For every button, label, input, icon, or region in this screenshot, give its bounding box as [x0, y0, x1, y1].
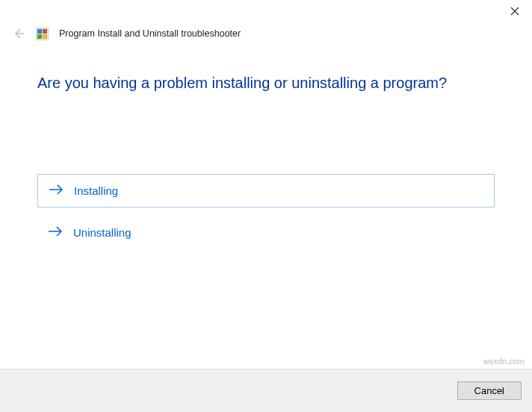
- watermark: wsxdn.com: [483, 357, 525, 366]
- svg-rect-4: [37, 29, 42, 34]
- option-uninstalling[interactable]: Uninstalling: [37, 216, 495, 249]
- option-label: Uninstalling: [73, 226, 132, 239]
- svg-rect-6: [37, 34, 42, 39]
- close-button[interactable]: [498, 0, 532, 22]
- back-button: [12, 27, 25, 40]
- close-icon: [510, 7, 519, 16]
- header-title: Program Install and Uninstall troublesho…: [59, 28, 241, 39]
- main-heading: Are you having a problem installing or u…: [37, 75, 495, 92]
- back-arrow-icon: [12, 27, 25, 40]
- cancel-button[interactable]: Cancel: [457, 381, 522, 400]
- content-area: Are you having a problem installing or u…: [0, 46, 532, 249]
- app-icon: [36, 28, 49, 40]
- svg-rect-5: [43, 29, 47, 34]
- footer: Cancel: [0, 369, 532, 412]
- arrow-right-icon: [49, 184, 64, 198]
- arrow-right-icon: [48, 225, 63, 240]
- svg-rect-7: [43, 34, 47, 39]
- titlebar: [0, 0, 532, 22]
- option-installing[interactable]: Installing: [37, 174, 495, 207]
- option-label: Installing: [74, 184, 118, 197]
- header-row: Program Install and Uninstall troublesho…: [0, 22, 532, 46]
